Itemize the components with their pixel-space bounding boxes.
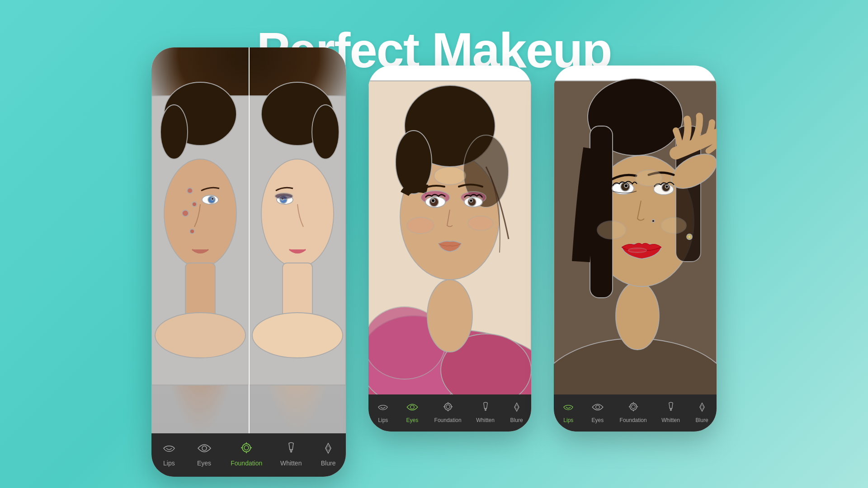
- svg-point-7: [190, 229, 194, 234]
- foundation-icon: [238, 440, 255, 457]
- svg-point-12: [155, 313, 245, 358]
- blure-svg-2: [509, 400, 524, 414]
- svg-point-65: [665, 185, 669, 188]
- phone-2-photo-svg: [368, 66, 531, 394]
- svg-point-73: [596, 405, 599, 409]
- tool-eyes-2[interactable]: Eyes: [401, 398, 424, 425]
- tool-foundation-3[interactable]: Foundation: [615, 398, 651, 425]
- eyes-icon-2: [405, 400, 420, 414]
- whitten-icon: [283, 440, 300, 457]
- svg-point-6: [182, 210, 189, 216]
- phone-3-photo-svg: [554, 66, 717, 394]
- foundation-icon-2: [441, 400, 455, 414]
- lips-icon: [160, 440, 178, 457]
- after-half: [249, 47, 346, 433]
- svg-point-67: [628, 248, 646, 253]
- lips-icon-3: [561, 400, 576, 414]
- phone-3-image: [554, 66, 717, 394]
- lips-label-3: Lips: [563, 417, 573, 423]
- eyes-label-3: Eyes: [592, 417, 604, 423]
- blure-label-1: Blure: [321, 460, 336, 467]
- svg-point-20: [275, 193, 293, 199]
- phone-2-toolbar: Lips Eyes: [368, 394, 531, 432]
- foundation-svg: [238, 440, 255, 457]
- phone-1: Lips Eyes: [151, 47, 346, 477]
- svg-point-24: [242, 444, 250, 452]
- blure-svg: [320, 440, 337, 457]
- phone-1-toolbar: Lips Eyes: [151, 433, 346, 477]
- before-face-svg: [151, 47, 249, 433]
- svg-rect-11: [185, 263, 215, 317]
- svg-point-74: [630, 404, 637, 410]
- phone-2-image: [368, 66, 531, 394]
- eyes-label-2: Eyes: [406, 417, 419, 423]
- svg-point-47: [468, 216, 493, 230]
- tool-lips-1[interactable]: Lips: [156, 438, 182, 469]
- foundation-svg-2: [441, 400, 455, 414]
- whitten-svg-3: [664, 400, 678, 414]
- phone-1-image: [151, 47, 346, 433]
- svg-point-31: [427, 280, 472, 352]
- phone-1-photo: [151, 47, 346, 433]
- svg-point-62: [624, 184, 628, 188]
- tool-whitten-3[interactable]: Whitten: [657, 398, 684, 425]
- svg-point-51: [446, 405, 449, 408]
- blure-icon: [320, 440, 337, 457]
- lips-svg-2: [376, 400, 390, 414]
- svg-point-71: [688, 235, 691, 238]
- svg-point-2: [160, 105, 188, 159]
- svg-point-25: [244, 446, 249, 450]
- whitten-icon-3: [664, 400, 678, 414]
- phone-3: Lips Eyes: [554, 66, 717, 432]
- svg-point-22: [252, 313, 343, 358]
- eyes-icon-3: [590, 400, 605, 414]
- svg-point-49: [410, 405, 414, 409]
- svg-point-69: [661, 217, 686, 234]
- tool-foundation-2[interactable]: Foundation: [430, 398, 466, 425]
- svg-point-5: [192, 202, 197, 206]
- phone-2: Lips Eyes: [368, 66, 531, 432]
- whitten-icon-2: [478, 400, 493, 414]
- lips-label-2: Lips: [378, 417, 388, 423]
- svg-point-23: [202, 446, 207, 450]
- after-face-svg: [249, 47, 346, 433]
- split-line: [249, 47, 250, 433]
- before-half: [151, 47, 249, 433]
- tool-eyes-1[interactable]: Eyes: [191, 438, 217, 469]
- eyes-label-1: Eyes: [197, 460, 211, 467]
- blure-label-3: Blure: [696, 417, 708, 423]
- tool-blure-3[interactable]: Blure: [690, 398, 714, 425]
- lips-label-1: Lips: [163, 460, 175, 467]
- eyes-icon: [196, 440, 213, 457]
- svg-point-66: [652, 220, 655, 222]
- whitten-svg-2: [478, 400, 493, 414]
- tool-lips-2[interactable]: Lips: [371, 398, 395, 425]
- eyes-svg: [196, 440, 213, 457]
- phones-container: Lips Eyes: [151, 20, 717, 477]
- svg-point-75: [631, 405, 635, 408]
- tool-whitten-1[interactable]: Whitten: [276, 438, 306, 469]
- svg-point-10: [211, 197, 214, 200]
- foundation-label-2: Foundation: [434, 417, 462, 423]
- tool-whitten-2[interactable]: Whitten: [472, 398, 499, 425]
- eyes-svg-2: [405, 400, 420, 414]
- svg-point-48: [434, 167, 466, 185]
- whitten-label-2: Whitten: [476, 417, 495, 423]
- tool-eyes-3[interactable]: Eyes: [586, 398, 609, 425]
- whitten-svg: [283, 440, 300, 457]
- whitten-label-1: Whitten: [280, 460, 302, 467]
- foundation-label-1: Foundation: [231, 460, 262, 467]
- eyes-svg-3: [590, 400, 605, 414]
- lips-icon-2: [376, 400, 390, 414]
- tool-blure-2[interactable]: Blure: [505, 398, 528, 425]
- blure-svg-3: [695, 400, 709, 414]
- svg-point-42: [431, 199, 435, 202]
- svg-rect-21: [283, 263, 312, 317]
- tool-foundation-1[interactable]: Foundation: [226, 438, 267, 469]
- tool-lips-3[interactable]: Lips: [557, 398, 580, 425]
- whitten-label-3: Whitten: [661, 417, 680, 423]
- foundation-svg-3: [626, 400, 641, 414]
- svg-point-4: [187, 188, 193, 193]
- tool-blure-1[interactable]: Blure: [315, 438, 341, 469]
- svg-point-68: [597, 221, 626, 239]
